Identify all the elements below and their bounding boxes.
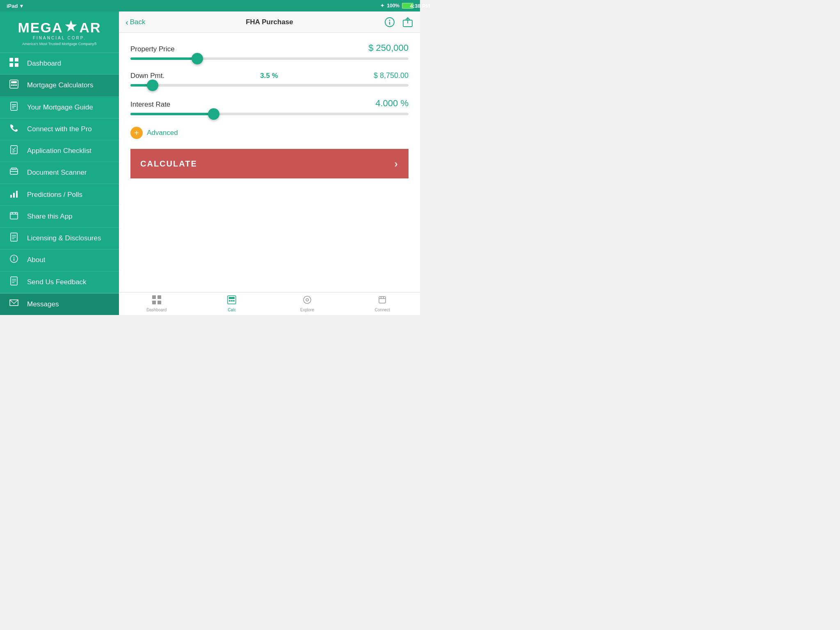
sidebar-item-dashboard[interactable]: Dashboard: [0, 53, 119, 75]
svg-rect-49: [231, 300, 233, 301]
svg-point-33: [14, 257, 14, 258]
nav-actions: [384, 16, 413, 28]
logo-text: MEGA AR: [8, 20, 111, 35]
polls-icon: [8, 189, 20, 201]
logo-area: MEGA AR FINANCIAL CORP. America's Most T…: [0, 11, 119, 53]
down-payment-row: Down Pmt. 3.5 % $ 8,750.00: [130, 71, 409, 87]
svg-rect-20: [10, 195, 12, 198]
phone-icon: [8, 123, 20, 135]
tab-explore-icon: [303, 295, 312, 306]
scanner-icon: [8, 167, 20, 178]
share-button[interactable]: [402, 16, 413, 28]
svg-rect-4: [15, 63, 18, 67]
property-price-value: $ 250,000: [368, 43, 409, 53]
back-chevron-icon: ‹: [126, 18, 128, 26]
calc-content: Property Price $ 250,000 Down Pmt. 3.5 %…: [119, 33, 420, 292]
logo-tagline: America's Most Trusted Mortgage Company®: [8, 42, 111, 46]
tab-explore[interactable]: Explore: [269, 292, 345, 315]
property-price-thumb[interactable]: [192, 53, 203, 64]
logo-sub: FINANCIAL CORP.: [8, 36, 111, 40]
sidebar-item-share-app[interactable]: Share this App: [0, 206, 119, 228]
logo-mega: MEGA: [18, 21, 63, 34]
property-price-slider[interactable]: [130, 57, 409, 60]
logo-star-icon: [64, 20, 78, 35]
wifi-icon: ▾: [20, 3, 23, 9]
doc-scanner-label: Document Scanner: [27, 169, 87, 177]
calculate-button[interactable]: CALCULATE ›: [130, 149, 409, 178]
calculate-chevron-icon: ›: [394, 158, 399, 170]
svg-marker-0: [65, 21, 77, 32]
property-price-row: Property Price $ 250,000: [130, 43, 409, 60]
down-payment-header: Down Pmt. 3.5 % $ 8,750.00: [130, 71, 409, 80]
share-app-label: Share this App: [27, 212, 73, 221]
svg-rect-8: [13, 84, 15, 86]
interest-rate-slider[interactable]: [130, 113, 409, 115]
sidebar-item-app-checklist[interactable]: Application Checklist: [0, 140, 119, 162]
down-payment-pct: 3.5 %: [164, 72, 374, 80]
sidebar-item-predictions[interactable]: Predictions / Polls: [0, 184, 119, 206]
sidebar-item-connect-pro[interactable]: Connect with the Pro: [0, 119, 119, 140]
svg-rect-22: [16, 191, 18, 198]
nav-bar: ‹ Back FHA Purchase: [119, 11, 420, 33]
svg-rect-21: [13, 193, 15, 198]
sidebar-item-licensing[interactable]: Licensing & Disclosures: [0, 228, 119, 249]
tab-explore-label: Explore: [300, 308, 314, 312]
svg-point-51: [304, 296, 311, 304]
down-payment-slider[interactable]: [130, 84, 409, 87]
sidebar-item-mortgage-calculators[interactable]: Mortgage Calculators: [0, 75, 119, 96]
tab-dashboard-label: Dashboard: [146, 308, 167, 312]
dashboard-icon: [8, 58, 20, 69]
down-payment-thumb[interactable]: [147, 80, 158, 91]
sidebar-item-feedback[interactable]: Send Us Feedback: [0, 272, 119, 293]
property-price-fill: [130, 57, 197, 60]
svg-rect-44: [152, 301, 156, 304]
tab-calc-label: Calc: [228, 308, 236, 312]
advanced-button[interactable]: + Advanced: [130, 127, 409, 139]
tab-dashboard-icon: [152, 295, 161, 306]
sidebar-item-about[interactable]: About: [0, 249, 119, 271]
back-button[interactable]: ‹ Back: [126, 18, 145, 26]
svg-rect-1: [9, 58, 13, 62]
bluetooth-icon: ✦: [380, 3, 384, 9]
calculate-label: CALCULATE: [140, 159, 197, 169]
tab-connect[interactable]: Connect: [345, 292, 420, 315]
svg-rect-53: [379, 297, 386, 303]
calculator-icon: [8, 80, 20, 91]
svg-rect-43: [158, 295, 161, 299]
svg-rect-50: [233, 300, 235, 301]
interest-rate-thumb[interactable]: [208, 108, 219, 120]
svg-rect-3: [9, 63, 13, 67]
svg-rect-48: [229, 300, 231, 301]
advanced-label: Advanced: [147, 129, 178, 137]
interest-rate-row: Interest Rate 4.000 %: [130, 98, 409, 115]
licensing-icon: [8, 233, 20, 244]
sidebar-item-doc-scanner[interactable]: Document Scanner: [0, 162, 119, 184]
messages-bar[interactable]: Messages: [0, 293, 119, 315]
down-payment-label: Down Pmt.: [130, 72, 164, 80]
checklist-icon: [8, 145, 20, 157]
main-content: ‹ Back FHA Purchase: [119, 11, 420, 315]
interest-rate-fill: [130, 113, 214, 115]
svg-rect-9: [15, 84, 17, 86]
tab-calc[interactable]: Calc: [194, 292, 270, 315]
svg-rect-42: [152, 295, 156, 299]
svg-rect-23: [10, 212, 18, 219]
guide-icon: [8, 102, 20, 113]
svg-point-52: [306, 299, 308, 301]
logo-r: AR: [79, 21, 101, 34]
about-icon: [8, 254, 20, 266]
svg-point-40: [389, 20, 390, 21]
connect-pro-label: Connect with the Pro: [27, 125, 92, 133]
app-body: MEGA AR FINANCIAL CORP. America's Most T…: [0, 11, 420, 315]
tab-calc-icon: [227, 295, 236, 306]
predictions-label: Predictions / Polls: [27, 191, 82, 199]
app-checklist-label: Application Checklist: [27, 147, 91, 155]
back-label: Back: [130, 18, 146, 26]
svg-rect-6: [11, 81, 17, 83]
mortgage-calculators-label: Mortgage Calculators: [27, 81, 94, 89]
svg-rect-7: [11, 84, 13, 86]
sidebar-item-mortgage-guide[interactable]: Your Mortgage Guide: [0, 97, 119, 119]
tab-dashboard[interactable]: Dashboard: [119, 292, 194, 315]
info-button[interactable]: [384, 16, 395, 28]
property-price-label: Property Price: [130, 45, 175, 53]
